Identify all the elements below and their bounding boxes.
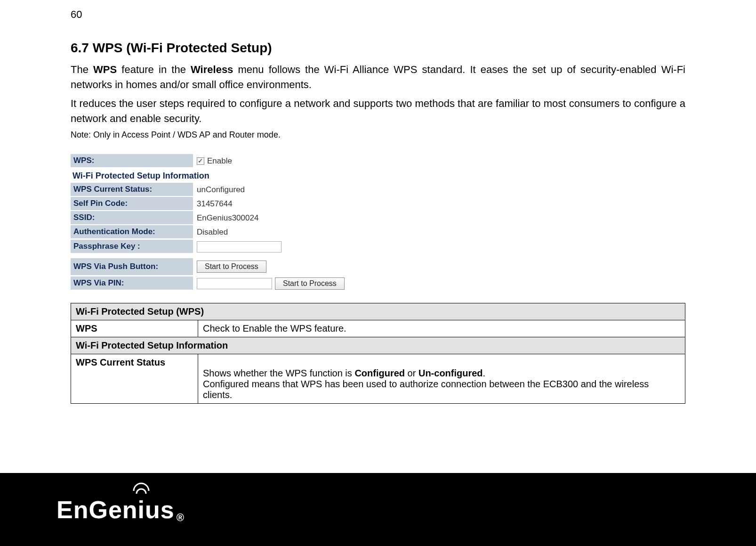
passphrase-input[interactable]: [197, 241, 281, 253]
logo-pre: EnGen: [56, 496, 138, 524]
desc-status-b2: Un-configured: [418, 368, 483, 378]
description-table: Wi-Fi Protected Setup (WPS) WPS Check to…: [71, 303, 685, 404]
auth-label: Authentication Mode:: [71, 225, 193, 239]
registered-icon: ®: [177, 512, 185, 524]
note-line: Note: Only in Access Point / WDS AP and …: [71, 130, 685, 140]
desc-status-label: WPS Current Status: [71, 354, 198, 403]
note-text: Only in Access Point / WDS AP and Router…: [91, 130, 281, 139]
desc-status-mid: or: [405, 368, 418, 378]
pushbutton-start-button[interactable]: Start to Process: [197, 261, 266, 273]
passphrase-label: Passphrase Key :: [71, 240, 193, 253]
footer: EnGenius®: [0, 473, 756, 546]
ssid-label: SSID:: [71, 211, 193, 225]
wps-info-header: Wi-Fi Protected Setup Information: [71, 168, 377, 183]
enable-checkbox[interactable]: [197, 157, 204, 165]
para1-bold-wireless: Wireless: [191, 64, 233, 75]
desc-header-info: Wi-Fi Protected Setup Information: [71, 337, 685, 354]
para1-mid: feature in the: [117, 64, 191, 75]
enable-label: Enable: [207, 156, 232, 165]
para1-bold-wps: WPS: [93, 64, 117, 75]
paragraph-1: The WPS feature in the Wireless menu fol…: [71, 62, 685, 92]
wps-label: WPS:: [71, 154, 193, 168]
desc-status-text: Shows whether the WPS function is Config…: [198, 354, 685, 403]
selfpin-value: 31457644: [193, 197, 377, 211]
desc-header-wps: Wi-Fi Protected Setup (WPS): [71, 303, 685, 320]
wps-ui-screenshot: WPS: Enable Wi-Fi Protected Setup Inform…: [71, 154, 377, 292]
wpspin-input[interactable]: [197, 278, 272, 289]
auth-value: Disabled: [193, 226, 377, 239]
desc-status-b1: Configured: [354, 368, 405, 378]
para1-pre: The: [71, 64, 93, 75]
status-value: unConfigured: [193, 183, 377, 196]
selfpin-label: Self Pin Code:: [71, 197, 193, 211]
engenius-logo: EnGenius®: [56, 496, 185, 524]
paragraph-2: It reduces the user steps required to co…: [71, 96, 685, 126]
status-label: WPS Current Status:: [71, 183, 193, 196]
pushbutton-label: WPS Via Push Button:: [71, 258, 193, 276]
desc-wps-label: WPS: [71, 320, 198, 337]
ssid-value: EnGenius300024: [193, 212, 377, 225]
logo-i: i: [138, 496, 145, 523]
desc-status-pre: Shows whether the WPS function is: [203, 368, 354, 378]
wpspin-label: WPS Via PIN:: [71, 277, 193, 290]
page-number: 60: [71, 8, 685, 21]
wifi-icon: [132, 482, 151, 497]
logo-post: us: [145, 496, 175, 524]
section-title: 6.7 WPS (Wi-Fi Protected Setup): [71, 41, 685, 56]
note-label: Note:: [71, 130, 91, 139]
wpspin-start-button[interactable]: Start to Process: [275, 277, 345, 290]
desc-wps-text: Check to Enable the WPS feature.: [198, 320, 685, 337]
